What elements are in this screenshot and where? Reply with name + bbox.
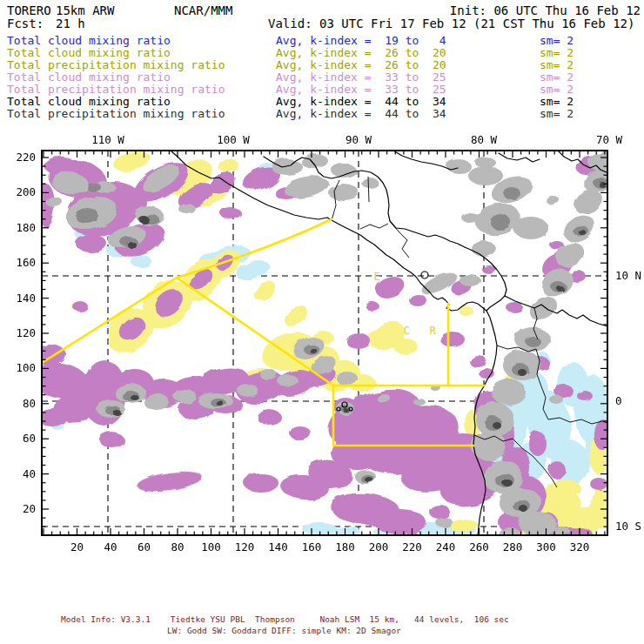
island	[421, 272, 428, 278]
contour-blob	[361, 178, 379, 188]
x-tick-label: 40	[104, 540, 117, 553]
contour-blob	[113, 411, 122, 416]
contour-blob	[344, 409, 349, 413]
contour-blob	[374, 510, 426, 534]
lon-label: 90 W	[345, 133, 372, 146]
coastline	[499, 153, 540, 162]
weather-plot-page: TORERO 15km ARW NCAR/MMM Init: 06 UTC Th…	[0, 0, 644, 644]
contour-blob	[35, 345, 66, 366]
contour-blob	[76, 235, 107, 252]
contour-blob	[280, 302, 312, 330]
contour-blob	[468, 166, 503, 185]
contour-blob	[594, 419, 612, 451]
contour-blob	[87, 183, 101, 191]
y-tick-label: 140	[16, 292, 36, 305]
contour-blob	[518, 369, 527, 376]
lon-label: 70 W	[596, 133, 623, 146]
contour-blob	[72, 301, 88, 312]
contour-blob	[546, 196, 560, 205]
contour-blob	[393, 339, 418, 354]
model-info-line2: LW: Godd SW: Goddard DIFF: simple KM: 2D…	[167, 626, 401, 635]
contour-blob	[499, 527, 520, 538]
contour-blob	[99, 432, 124, 447]
contour-blob	[272, 159, 303, 175]
lat-label: 10 S	[615, 520, 641, 533]
contour-blob	[429, 505, 450, 519]
contour-blob	[503, 187, 520, 199]
contour-blob	[550, 396, 564, 405]
x-tick-label: 20	[70, 540, 84, 553]
forecast-map: ECR2040608010012014016018020022024026028…	[0, 0, 644, 644]
y-tick-label: 80	[23, 397, 36, 410]
contour-blob	[513, 217, 548, 239]
contour-blob	[553, 527, 570, 535]
contour-blob	[237, 384, 258, 396]
x-tick-label: 60	[138, 540, 151, 553]
contour-blob	[336, 371, 357, 385]
y-tick-label: 40	[23, 467, 36, 480]
contour-blob	[557, 286, 564, 292]
x-tick-label: 100	[201, 540, 221, 553]
contour-blob	[591, 489, 608, 515]
lon-label: 100 W	[217, 133, 250, 146]
contour-blob	[449, 520, 479, 532]
contour-blob	[301, 155, 329, 169]
x-tick-label: 300	[536, 540, 556, 553]
contour-blob	[526, 292, 562, 326]
contour-blob	[548, 461, 566, 479]
y-tick-label: 20	[23, 502, 36, 515]
y-tick-label: 60	[23, 432, 36, 445]
contour-blob	[460, 306, 473, 317]
contour-blob	[218, 158, 238, 172]
contour-blob	[492, 421, 500, 428]
contour-blob	[128, 242, 137, 249]
waypoint-label: C	[403, 325, 409, 337]
contour-blob	[310, 348, 317, 353]
contour-blob	[491, 379, 526, 405]
contour-blob	[216, 400, 223, 406]
x-tick-label: 140	[268, 540, 288, 553]
x-tick-label: 120	[235, 540, 255, 553]
lat-label: 10 N	[615, 269, 641, 282]
y-tick-label: 200	[16, 185, 36, 198]
y-tick-label: 180	[16, 221, 36, 234]
contour-blob	[44, 157, 78, 174]
contour-blob	[413, 399, 426, 406]
country-border	[360, 224, 388, 229]
y-tick-label: 100	[16, 361, 36, 374]
contour-blob	[472, 431, 506, 460]
x-tick-label: 220	[402, 540, 422, 553]
contour-blob	[376, 393, 390, 402]
contour-blob	[547, 480, 581, 499]
contour-blob	[144, 394, 170, 410]
lat-label: 0	[615, 394, 622, 407]
contour-blob	[45, 197, 63, 207]
contour-blob	[520, 506, 528, 513]
contour-blob	[461, 212, 479, 223]
waypoint-label: E	[373, 271, 379, 283]
contour-blob	[250, 278, 278, 304]
x-tick-label: 200	[369, 540, 389, 553]
x-tick-label: 240	[436, 540, 456, 553]
lon-label: 110 W	[91, 133, 124, 146]
contour-blob	[580, 231, 587, 236]
x-tick-label: 320	[570, 540, 590, 553]
x-tick-label: 160	[302, 540, 322, 553]
contour-blob	[136, 468, 204, 494]
contour-blob	[475, 158, 496, 168]
lon-label: 80 W	[471, 133, 498, 146]
contour-blob	[409, 294, 426, 306]
contour-blob	[480, 369, 495, 379]
x-tick-label: 280	[503, 540, 523, 553]
contour-blob	[277, 374, 298, 386]
contour-blob	[525, 336, 540, 346]
contour-blob	[244, 473, 278, 493]
contour-blob	[577, 391, 593, 401]
contour-blob	[529, 432, 547, 456]
contour-blob	[440, 332, 465, 347]
contour-blob	[131, 395, 139, 400]
x-tick-label: 180	[335, 540, 355, 553]
y-tick-label: 160	[16, 256, 36, 269]
contour-blob	[490, 214, 511, 230]
y-tick-label: 220	[16, 151, 36, 164]
